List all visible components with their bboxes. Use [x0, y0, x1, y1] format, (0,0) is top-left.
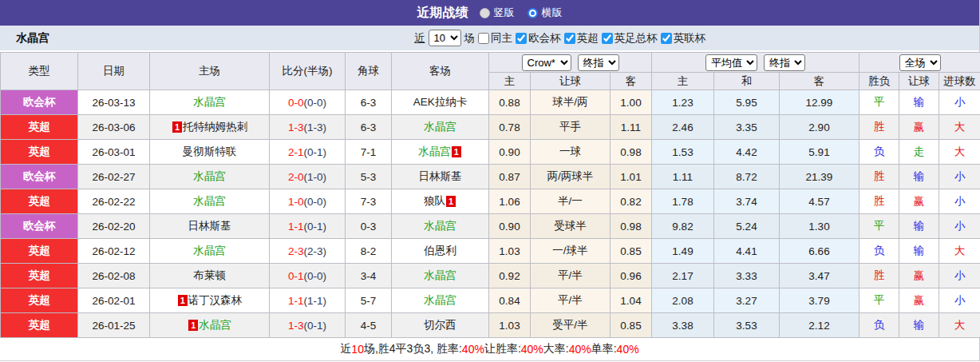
avg-away-cell: 2.12 — [780, 313, 859, 338]
avg-draw-cell: 4.42 — [714, 140, 780, 165]
handicap-result-cell: 输 — [899, 90, 939, 115]
halftime-score: (0-1) — [304, 221, 327, 233]
odds-home-cell: 0.90 — [489, 214, 531, 239]
radio-horizontal-label: 横版 — [542, 6, 563, 20]
away-team-cell: 水晶宫 — [392, 264, 489, 288]
fulltime-score: 1-0 — [288, 196, 304, 208]
away-team-cell: 狼队1 — [392, 189, 489, 214]
handicap-result-cell: 输 — [899, 239, 939, 264]
odds-source-select[interactable]: Crow* — [522, 54, 571, 71]
col-header-away: 客场 — [392, 53, 489, 90]
league-type-cell: 英超 — [1, 115, 78, 140]
radio-horizontal-layout[interactable]: 横版 — [528, 6, 563, 20]
fa-cup-checkbox[interactable] — [602, 33, 613, 44]
corner-cell: 6-3 — [346, 90, 392, 115]
europa-conf-label: 欧会杯 — [528, 31, 561, 46]
home-team-cell: 曼彻斯特联 — [150, 140, 270, 165]
odds-home-cell: 1.06 — [489, 189, 531, 214]
radio-checked-icon[interactable] — [528, 8, 538, 18]
efl-cup-checkbox[interactable] — [661, 33, 672, 44]
score-cell: 1-1(0-1) — [270, 214, 346, 239]
avg-home-cell: 3.38 — [652, 313, 714, 338]
away-team-cell: 日林斯基 — [392, 165, 489, 189]
away-team-name: 狼队 — [424, 195, 445, 207]
odds-final-select[interactable]: 终指 — [578, 54, 619, 71]
league-filter-efl-cup: 英联杯 — [661, 31, 706, 46]
away-team-name: 水晶宫 — [418, 145, 451, 157]
home-team-cell: 日林斯基 — [150, 214, 270, 239]
corner-cell: 4-5 — [346, 313, 392, 338]
same-home-checkbox[interactable] — [478, 33, 489, 44]
away-card-badge: 1 — [452, 146, 461, 157]
fa-cup-label: 英足总杯 — [614, 31, 658, 46]
table-row: 欧会杯 26-02-27 水晶宫 2-0(1-0) 5-3 日林斯基 0.87 … — [1, 165, 980, 189]
radio-unchecked-icon[interactable] — [480, 8, 490, 18]
avg-home-cell: 1.53 — [652, 140, 714, 165]
away-team-cell: 切尔西 — [392, 313, 489, 338]
avg-away-cell: 6.66 — [780, 239, 859, 264]
outcome-cell: 胜 — [859, 115, 899, 140]
score-cell: 1-1(1-1) — [270, 288, 346, 313]
table-row: 英超 26-03-01 曼彻斯特联 2-1(0-1) 7-1 水晶宫1 0.90… — [1, 140, 980, 165]
halftime-score: (0-0) — [304, 196, 327, 208]
radio-vertical-layout[interactable]: 竖版 — [480, 6, 515, 20]
date-cell: 26-03-01 — [78, 140, 150, 165]
league-type-cell: 英超 — [1, 313, 78, 338]
avg-home-cell: 2.17 — [652, 264, 714, 288]
near-link[interactable]: 近 — [414, 31, 425, 46]
home-team-name: 水晶宫 — [193, 245, 226, 257]
handicap-result-cell: 赢 — [899, 288, 939, 313]
filters: 近 10 场 同主 欧会杯 英超 英足总杯 英联 — [414, 30, 979, 46]
summary-segment: 40% — [569, 343, 591, 356]
summary-segment: 40% — [521, 343, 543, 356]
fulltime-score: 2-0 — [288, 171, 304, 183]
home-team-name: 水晶宫 — [193, 96, 226, 108]
odds-handicap-cell: 受平/半 — [531, 313, 611, 338]
date-cell: 26-03-06 — [78, 115, 150, 140]
odds-home-cell: 0.84 — [489, 288, 531, 313]
date-cell: 26-02-22 — [78, 189, 150, 214]
title-bar: 近期战绩 竖版 横版 — [0, 0, 979, 26]
col-header-home: 主场 — [150, 53, 270, 90]
away-team-name: AEK拉纳卡 — [413, 96, 468, 108]
avg-draw-cell: 3.33 — [714, 264, 780, 288]
summary-segment: 40% — [617, 343, 639, 356]
goals-result-cell: 大 — [939, 313, 980, 338]
goals-result-cell: 大 — [939, 115, 980, 140]
summary-segment: 场,胜4平3负3, 胜率: — [364, 342, 462, 356]
fulltime-score: 1-1 — [288, 295, 304, 307]
goals-result-cell: 小 — [939, 288, 980, 313]
score-cell: 2-1(0-1) — [270, 140, 346, 165]
handicap-result-cell: 走 — [899, 140, 939, 165]
avg-away-cell: 1.30 — [780, 214, 859, 239]
league-type-cell: 欧会杯 — [1, 90, 78, 115]
avg-source-select[interactable]: 平均值 — [705, 54, 757, 71]
avg-home-cell: 1.23 — [652, 90, 714, 115]
league-type-cell: 欧会杯 — [1, 165, 78, 189]
fulltime-score: 1-3 — [288, 121, 304, 133]
europa-conf-checkbox[interactable] — [516, 33, 527, 44]
results-table: 类型 日期 主场 比分(半场) 角球 客场 Crow* 终指 — [0, 52, 980, 338]
outcome-cell: 负 — [859, 313, 899, 338]
rounds-select[interactable]: 10 — [429, 30, 461, 46]
col-header-avg-away: 客 — [780, 73, 859, 90]
col-header-corner: 角球 — [346, 53, 392, 90]
avg-away-cell: 21.39 — [780, 165, 859, 189]
scope-select[interactable]: 全场 — [899, 54, 941, 71]
odds-handicap-cell: 一/球半 — [531, 239, 611, 264]
score-cell: 1-0(0-0) — [270, 189, 346, 214]
outcome-cell: 胜 — [859, 165, 899, 189]
summary-segment: 让胜率: — [484, 342, 521, 356]
away-team-name: 日林斯基 — [419, 170, 462, 182]
col-header-type: 类型 — [1, 53, 78, 90]
home-team-cell: 1水晶宫 — [150, 313, 270, 338]
premier-checkbox[interactable] — [564, 33, 575, 44]
league-type-cell: 英超 — [1, 189, 78, 214]
avg-final-select[interactable]: 终指 — [764, 54, 805, 71]
odds-group-header: Crow* 终指 — [489, 53, 652, 73]
odds-handicap-cell: 一球 — [531, 140, 611, 165]
corner-cell: 0-3 — [346, 214, 392, 239]
col-header-outcome: 胜负 — [859, 73, 899, 90]
corner-cell: 5-3 — [346, 165, 392, 189]
corner-cell: 7-3 — [346, 189, 392, 214]
